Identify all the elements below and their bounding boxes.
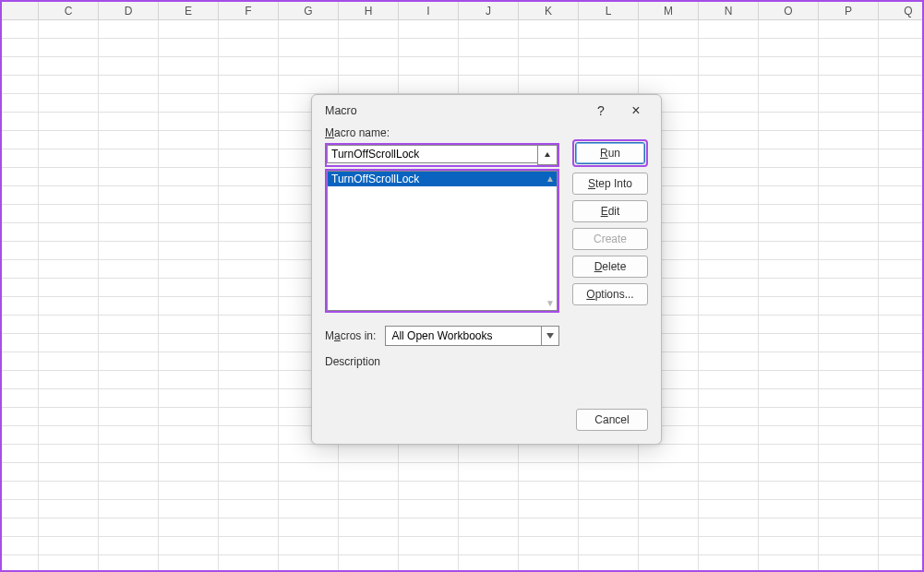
grid-cell[interactable] (759, 389, 819, 407)
grid-cell[interactable] (39, 149, 99, 167)
grid-cell[interactable] (2, 76, 39, 93)
grid-cell[interactable] (879, 297, 924, 315)
grid-cell[interactable] (99, 205, 159, 222)
grid-cell[interactable] (279, 445, 339, 462)
grid-cell[interactable] (879, 426, 924, 444)
grid-cell[interactable] (99, 555, 159, 572)
grid-cell[interactable] (699, 334, 759, 352)
grid-cell[interactable] (219, 242, 279, 259)
grid-cell[interactable] (699, 168, 759, 185)
grid-cell[interactable] (699, 555, 759, 572)
grid-cell[interactable] (219, 149, 279, 167)
grid-cell[interactable] (819, 242, 879, 259)
grid-cell[interactable] (99, 371, 159, 388)
options-button[interactable]: Options... (572, 283, 648, 305)
grid-cell[interactable] (759, 500, 819, 518)
grid-cell[interactable] (339, 482, 399, 499)
grid-cell[interactable] (819, 76, 879, 93)
grid-cell[interactable] (219, 94, 279, 112)
macros-in-select[interactable] (385, 326, 541, 346)
grid-cell[interactable] (219, 279, 279, 296)
grid-cell[interactable] (279, 537, 339, 554)
grid-cell[interactable] (219, 223, 279, 241)
grid-cell[interactable] (819, 537, 879, 554)
grid-cell[interactable] (699, 352, 759, 370)
grid-cell[interactable] (39, 482, 99, 499)
grid-cell[interactable] (579, 537, 639, 554)
grid-cell[interactable] (639, 20, 699, 38)
grid-cell[interactable] (879, 20, 924, 38)
grid-cell[interactable] (159, 482, 219, 499)
grid-cell[interactable] (759, 279, 819, 296)
grid-cell[interactable] (279, 482, 339, 499)
grid-cell[interactable] (459, 463, 519, 481)
grid-cell[interactable] (99, 149, 159, 167)
grid-cell[interactable] (99, 316, 159, 333)
grid-cell[interactable] (39, 113, 99, 130)
grid-cell[interactable] (519, 555, 579, 572)
grid-cell[interactable] (39, 316, 99, 333)
grid-cell[interactable] (879, 279, 924, 296)
grid-cell[interactable] (879, 223, 924, 241)
grid-cell[interactable] (39, 389, 99, 407)
macro-list[interactable]: TurnOffScrollLock ▲ ▼ (327, 171, 558, 311)
grid-cell[interactable] (39, 94, 99, 112)
grid-cell[interactable] (39, 131, 99, 149)
grid-cell[interactable] (699, 389, 759, 407)
grid-cell[interactable] (819, 316, 879, 333)
grid-cell[interactable] (879, 131, 924, 149)
grid-cell[interactable] (579, 463, 639, 481)
grid-cell[interactable] (279, 555, 339, 572)
grid-cell[interactable] (219, 39, 279, 56)
grid-cell[interactable] (879, 371, 924, 388)
grid-cell[interactable] (699, 463, 759, 481)
grid-cell[interactable] (699, 371, 759, 388)
grid-cell[interactable] (219, 76, 279, 93)
grid-cell[interactable] (339, 555, 399, 572)
grid-cell[interactable] (639, 555, 699, 572)
grid-cell[interactable] (2, 205, 39, 222)
grid-cell[interactable] (699, 149, 759, 167)
grid-cell[interactable] (639, 76, 699, 93)
grid-cell[interactable] (759, 20, 819, 38)
grid-cell[interactable] (819, 20, 879, 38)
grid-cell[interactable] (39, 408, 99, 425)
grid-cell[interactable] (159, 316, 219, 333)
grid-cell[interactable] (519, 445, 579, 462)
grid-cell[interactable] (879, 113, 924, 130)
grid-cell[interactable] (159, 408, 219, 425)
grid-cell[interactable] (579, 518, 639, 536)
grid-cell[interactable] (819, 371, 879, 388)
column-header[interactable]: D (99, 2, 159, 19)
grid-cell[interactable] (459, 20, 519, 38)
grid-cell[interactable] (519, 76, 579, 93)
run-button[interactable]: Run (575, 142, 645, 164)
grid-cell[interactable] (819, 149, 879, 167)
grid-cell[interactable] (159, 389, 219, 407)
grid-cell[interactable] (879, 500, 924, 518)
grid-cell[interactable] (759, 426, 819, 444)
grid-cell[interactable] (339, 39, 399, 56)
grid-cell[interactable] (759, 445, 819, 462)
grid-cell[interactable] (399, 76, 459, 93)
grid-cell[interactable] (219, 352, 279, 370)
grid-cell[interactable] (99, 445, 159, 462)
grid-cell[interactable] (759, 482, 819, 499)
grid-cell[interactable] (2, 20, 39, 38)
grid-cell[interactable] (819, 500, 879, 518)
grid-cell[interactable] (879, 408, 924, 425)
grid-cell[interactable] (819, 186, 879, 204)
grid-cell[interactable] (99, 113, 159, 130)
grid-cell[interactable] (159, 371, 219, 388)
grid-cell[interactable] (2, 445, 39, 462)
grid-cell[interactable] (819, 297, 879, 315)
grid-cell[interactable] (159, 149, 219, 167)
grid-cell[interactable] (2, 555, 39, 572)
grid-cell[interactable] (219, 168, 279, 185)
grid-cell[interactable] (159, 94, 219, 112)
grid-cell[interactable] (699, 537, 759, 554)
column-header[interactable]: L (579, 2, 639, 19)
grid-cell[interactable] (879, 316, 924, 333)
grid-cell[interactable] (219, 408, 279, 425)
grid-cell[interactable] (2, 223, 39, 241)
